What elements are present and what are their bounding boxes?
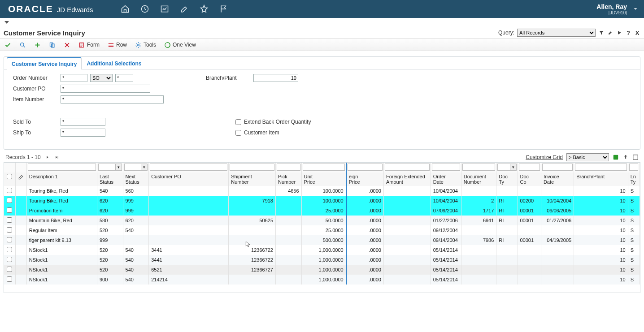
filter-docnum-input[interactable] — [462, 164, 496, 171]
filter-shipment-input[interactable] — [230, 164, 274, 171]
query-select[interactable]: All Records — [517, 29, 596, 37]
star-icon[interactable] — [199, 4, 209, 14]
select-all-checkbox[interactable] — [7, 174, 12, 179]
filter-desc-input[interactable] — [28, 164, 96, 171]
row-checkbox[interactable] — [7, 188, 12, 193]
col-orderdate[interactable]: OrderDate — [433, 174, 459, 185]
filter-eignprice-input[interactable] — [348, 164, 383, 171]
toolbar-row-button[interactable]: Row — [106, 41, 129, 49]
col-docco[interactable]: DocCo — [520, 174, 539, 185]
table-row[interactable]: Mountain Bike, Red5806205062550.0000.000… — [4, 216, 640, 225]
toolbar-ok-button[interactable] — [3, 41, 13, 49]
table-row[interactable]: Touring Bike, Red6209997918100.0000.0000… — [4, 196, 640, 206]
branch-plant-input[interactable] — [253, 74, 298, 82]
edit-icon[interactable] — [179, 4, 189, 14]
grid-mode-select[interactable]: > Basic — [566, 153, 609, 161]
filter-branch-input[interactable] — [575, 164, 627, 171]
col-unitprice[interactable]: UnitPrice — [304, 174, 344, 185]
row-checkbox[interactable] — [7, 227, 12, 233]
tab-customer-service-inquiry[interactable]: Customer Service Inquiry — [7, 57, 82, 69]
row-checkbox[interactable] — [7, 207, 12, 213]
tab-additional-selections[interactable]: Additional Selections — [82, 57, 146, 69]
grid-horizontal-scrollbar[interactable] — [4, 285, 640, 293]
filter-docty-dd-icon[interactable]: ▾ — [510, 164, 517, 171]
filter-laststatus-input[interactable] — [98, 164, 116, 171]
customer-item-checkbox[interactable] — [235, 130, 241, 136]
order-number-input[interactable] — [61, 74, 87, 82]
grid-maximize-icon[interactable] — [632, 154, 639, 160]
filter-pick-input[interactable] — [277, 164, 300, 171]
table-row[interactable]: NStock15205403441123667221,000.0000.0000… — [4, 255, 640, 265]
toolbar-form-button[interactable]: Form — [77, 41, 101, 49]
row-checkbox[interactable] — [7, 257, 12, 262]
flag-icon[interactable] — [219, 4, 229, 14]
filter-docty-input[interactable] — [497, 164, 510, 171]
recent-icon[interactable] — [140, 4, 150, 14]
grid-last-page-icon[interactable] — [54, 155, 60, 160]
toolbar-oneview-button[interactable]: One View — [162, 41, 198, 49]
query-help-icon[interactable]: ? — [625, 30, 631, 36]
row-checkbox[interactable] — [7, 237, 12, 242]
table-row[interactable]: Regular Item52054025.0000.000009/12/2004… — [4, 225, 640, 235]
filter-customerpo-input[interactable] — [150, 164, 227, 171]
toolbar-delete-button[interactable] — [62, 41, 72, 49]
col-customerpo[interactable]: Customer PO — [151, 174, 226, 179]
col-foreignext[interactable]: Foreign ExtendedAmount — [386, 174, 428, 185]
customer-po-input[interactable] — [61, 85, 150, 93]
home-icon[interactable] — [120, 4, 130, 14]
col-nextstatus[interactable]: NextStatus — [126, 174, 147, 185]
toolbar-tools-button[interactable]: Tools — [133, 41, 158, 49]
col-shipment[interactable]: ShipmentNumber — [231, 174, 273, 185]
col-laststatus[interactable]: LastStatus — [100, 174, 121, 185]
row-checkbox[interactable] — [7, 276, 12, 282]
user-area[interactable]: Allen, Ray [JDV910] — [596, 3, 640, 15]
query-run-icon[interactable] — [616, 30, 622, 36]
col-lnty[interactable]: LnTy — [631, 174, 637, 185]
query-close-icon[interactable]: X — [634, 30, 640, 36]
table-row[interactable]: NStock19005402142141,000.0000.000005/14/… — [4, 275, 640, 285]
table-row[interactable]: Promotion Item62099925.0000.000007/09/20… — [4, 206, 640, 216]
order-type-select[interactable]: SO — [90, 74, 113, 82]
filter-foreignext-input[interactable] — [385, 164, 430, 171]
table-row[interactable]: tiger parent kit 9.13999500.0000.000009/… — [4, 235, 640, 245]
toolbar-copy-button[interactable] — [47, 41, 57, 49]
breadcrumb-caret-icon[interactable] — [4, 21, 9, 24]
toolbar-find-button[interactable] — [17, 41, 28, 49]
grid-export-icon[interactable] — [613, 154, 619, 160]
col-pick[interactable]: PickNumber — [278, 174, 299, 185]
filter-nextstatus-input[interactable] — [124, 164, 142, 171]
customize-grid-link[interactable]: Customize Grid — [526, 154, 563, 160]
table-row[interactable]: Touring Bike, Red5405604656100.0000.0000… — [4, 186, 640, 196]
row-checkbox[interactable] — [7, 198, 12, 203]
extend-back-order-checkbox[interactable] — [235, 119, 241, 125]
filter-nextstatus-dd-icon[interactable]: ▾ — [141, 164, 148, 171]
filter-invoicedate-input[interactable] — [542, 164, 573, 171]
filter-docco-input[interactable] — [519, 164, 540, 171]
user-menu-chevron-icon[interactable] — [631, 4, 640, 14]
filter-lnty-input[interactable] — [629, 164, 638, 171]
toolbar-add-button[interactable] — [32, 41, 43, 49]
table-row[interactable]: NStock15205403441123667221,000.0000.0000… — [4, 245, 640, 255]
filter-orderdate-input[interactable] — [432, 164, 460, 171]
col-eignprice[interactable]: eignPrice — [349, 174, 381, 185]
row-checkbox[interactable] — [7, 217, 12, 223]
order-company-input[interactable] — [115, 74, 133, 82]
col-desc[interactable]: Description 1 — [29, 174, 95, 179]
query-filter-icon[interactable] — [598, 30, 605, 36]
query-edit-icon[interactable] — [607, 30, 614, 36]
row-checkbox[interactable] — [7, 247, 12, 252]
filter-laststatus-dd-icon[interactable]: ▾ — [116, 164, 122, 171]
item-number-input[interactable] — [61, 95, 164, 103]
table-row[interactable]: NStock15205406521123667271,000.0000.0000… — [4, 265, 640, 275]
col-docnum[interactable]: DocumentNumber — [464, 174, 494, 185]
row-checkbox[interactable] — [7, 267, 12, 272]
filter-unitprice-input[interactable] — [303, 164, 345, 171]
col-invoicedate[interactable]: InvoiceDate — [544, 174, 571, 185]
grid-upload-icon[interactable] — [622, 154, 629, 160]
chart-icon[interactable] — [160, 4, 170, 14]
col-branch[interactable]: Branch/Plant — [576, 174, 625, 179]
sold-to-input[interactable] — [61, 118, 105, 126]
col-docty[interactable]: DocTy — [499, 174, 515, 185]
ship-to-input[interactable] — [61, 129, 105, 137]
row-actions-icon[interactable] — [18, 174, 24, 180]
